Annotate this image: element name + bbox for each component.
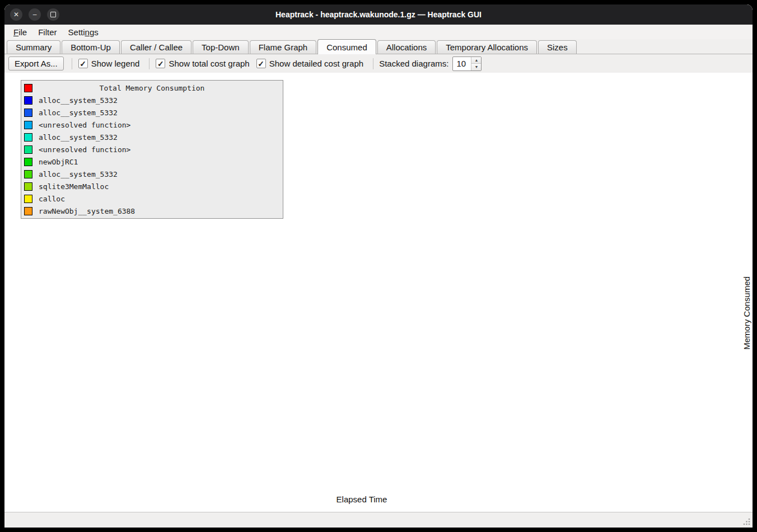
resize-grip-icon[interactable] [742, 517, 751, 526]
consumed-chart[interactable]: Total Memory Consumptionalloc__system_53… [4, 73, 753, 512]
export-as-button[interactable]: Export As... [8, 57, 64, 70]
legend-entry: sqlite3MemMalloc [21, 180, 283, 192]
menu-bar: FileFilterSettings [4, 25, 753, 39]
legend-swatch [24, 121, 32, 129]
legend-label: <unresolved function> [39, 121, 130, 129]
checkbox-label: Show legend [91, 59, 140, 68]
toolbar-separator [149, 58, 149, 69]
legend-label: <unresolved function> [39, 145, 130, 154]
legend-title-row: Total Memory Consumption [21, 82, 283, 94]
legend-entry: <unresolved function> [21, 143, 283, 156]
legend-label: alloc__system_5332 [39, 96, 118, 105]
tab-allocations[interactable]: Allocations [377, 40, 436, 54]
status-bar [4, 512, 753, 528]
tab-caller-callee[interactable]: Caller / Callee [121, 40, 191, 54]
legend-swatch [24, 195, 32, 203]
x-axis-title: Elapsed Time [295, 495, 429, 504]
legend-title: Total Memory Consumption [32, 84, 272, 92]
menu-item-file[interactable]: File [8, 26, 32, 38]
legend-swatch [24, 182, 32, 191]
tab-top-down[interactable]: Top-Down [193, 40, 249, 54]
legend-entry: alloc__system_5332 [21, 168, 283, 180]
legend-swatch [24, 158, 32, 166]
maximize-icon [50, 12, 56, 17]
legend-label: alloc__system_5332 [39, 133, 118, 142]
legend-entry: calloc [21, 192, 283, 205]
checkbox-label: Show total cost graph [169, 59, 249, 68]
legend-entry: rawNewObj__system_6388 [21, 205, 283, 217]
legend-entry: alloc__system_5332 [21, 131, 283, 143]
legend-swatch [24, 207, 32, 215]
minimize-button[interactable]: – [29, 8, 41, 21]
window-controls: ✕ – [10, 8, 59, 21]
checkbox-show-legend[interactable]: ✓Show legend [78, 59, 140, 68]
checkbox-box[interactable]: ✓ [78, 59, 88, 68]
legend-label: newObjRC1 [39, 158, 78, 166]
stacked-diagrams-label: Stacked diagrams: [379, 59, 448, 68]
legend-swatch [24, 145, 32, 154]
maximize-button[interactable] [47, 8, 59, 21]
checkbox-box[interactable]: ✓ [256, 59, 266, 68]
spin-down-button[interactable]: ▼ [471, 63, 481, 70]
legend-swatch-total [24, 84, 32, 92]
legend-entry: <unresolved function> [21, 119, 283, 131]
tab-summary[interactable]: Summary [7, 40, 60, 54]
legend-label: rawNewObj__system_6388 [39, 207, 135, 215]
tab-bottom-up[interactable]: Bottom-Up [62, 40, 120, 54]
legend-swatch [24, 96, 32, 105]
spin-up-button[interactable]: ▲ [471, 57, 481, 64]
tab-consumed[interactable]: Consumed [317, 39, 376, 54]
legend-entry: alloc__system_5332 [21, 106, 283, 119]
toolbar: Export As... ✓Show legend✓Show total cos… [4, 54, 753, 73]
tab-sizes[interactable]: Sizes [538, 40, 577, 54]
legend-swatch [24, 109, 32, 117]
checkbox-box[interactable]: ✓ [156, 59, 165, 68]
checkbox-show-detailed-cost-graph[interactable]: ✓Show detailed cost graph [256, 59, 363, 68]
spinbox-arrows: ▲ ▼ [471, 57, 481, 70]
menu-item-filter[interactable]: Filter [32, 26, 62, 38]
y-axis-title: Memory Consumed [742, 241, 751, 386]
stacked-diagrams-value: 10 [453, 57, 471, 70]
window-title: Heaptrack - heaptrack.wakunode.1.gz — He… [72, 4, 685, 25]
legend-label: alloc__system_5332 [39, 170, 118, 178]
legend-entry: newObjRC1 [21, 156, 283, 168]
legend-label: calloc [39, 195, 65, 203]
legend-label: alloc__system_5332 [39, 109, 118, 117]
menu-item-settings[interactable]: Settings [63, 26, 104, 38]
titlebar: ✕ – Heaptrack - heaptrack.wakunode.1.gz … [4, 4, 753, 25]
chart-legend: Total Memory Consumptionalloc__system_53… [21, 80, 283, 219]
tab-flame-graph[interactable]: Flame Graph [250, 40, 317, 54]
stacked-diagrams-spinbox[interactable]: 10 ▲ ▼ [452, 57, 482, 71]
close-button[interactable]: ✕ [10, 8, 22, 21]
legend-swatch [24, 133, 32, 142]
legend-swatch [24, 170, 32, 178]
checkbox-label: Show detailed cost graph [269, 59, 363, 68]
tab-temporary-allocations[interactable]: Temporary Allocations [437, 40, 537, 54]
legend-label: sqlite3MemMalloc [39, 182, 109, 191]
heaptrack-window: ✕ – Heaptrack - heaptrack.wakunode.1.gz … [4, 4, 753, 528]
tab-bar: SummaryBottom-UpCaller / CalleeTop-DownF… [4, 39, 753, 54]
legend-entry: alloc__system_5332 [21, 94, 283, 106]
toolbar-separator [373, 58, 373, 69]
checkbox-show-total-cost-graph[interactable]: ✓Show total cost graph [156, 59, 249, 68]
toolbar-separator [72, 58, 72, 69]
